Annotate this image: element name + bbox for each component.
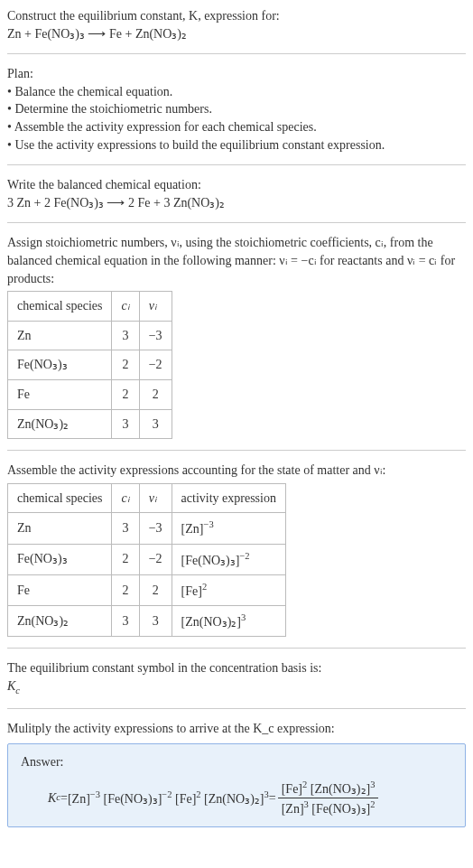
assign-text: Assign stoichiometric numbers, νᵢ, using… (7, 234, 466, 287)
stoich-table: chemical species cᵢ νᵢ Zn 3 −3 Fe(NO₃)₃ … (7, 291, 172, 439)
col-ci: cᵢ (112, 292, 139, 322)
term: [Fe(NO₃)₃]−2 (103, 789, 172, 807)
symbol-k: K (7, 679, 15, 693)
term-sup: −2 (162, 789, 172, 799)
cell-activity: [Fe(NO₃)₃]−2 (172, 544, 285, 574)
plan-section: Plan: • Balance the chemical equation. •… (7, 65, 466, 154)
col-vi: νᵢ (139, 483, 172, 513)
symbol-kc: Kc (7, 677, 466, 697)
col-species: chemical species (8, 292, 112, 322)
den-term-sup: 3 (304, 799, 309, 809)
term-base: [Fe(NO₃)₃] (103, 791, 162, 805)
term: [Zn(NO₃)₂]3 (204, 789, 269, 807)
term-sup: 2 (196, 789, 200, 799)
expr-base: [Zn] (181, 522, 204, 536)
multiply-section: Mulitply the activity expressions to arr… (7, 720, 466, 738)
table-row: Zn(NO₃)₂ 3 3 (8, 409, 172, 439)
plan-item: • Assemble the activity expression for e… (7, 118, 466, 136)
cell-v: 3 (139, 409, 172, 439)
assign-section: Assign stoichiometric numbers, νᵢ, using… (7, 234, 466, 439)
col-species: chemical species (8, 483, 112, 513)
assemble-text: Assemble the activity expressions accoun… (7, 462, 466, 480)
term: [Fe]2 (175, 789, 201, 807)
cell-v: −2 (139, 350, 172, 380)
assemble-section: Assemble the activity expressions accoun… (7, 462, 466, 637)
cell-activity: [Zn]−3 (172, 513, 285, 544)
col-ci: cᵢ (112, 483, 139, 513)
multiply-text: Mulitply the activity expressions to arr… (7, 720, 466, 738)
balanced-equation: 3 Zn + 2 Fe(NO₃)₃ ⟶ 2 Fe + 3 Zn(NO₃)₂ (7, 194, 466, 212)
table-row: Fe 2 2 (8, 379, 172, 409)
divider (7, 53, 466, 54)
term-base: [Fe] (175, 791, 196, 805)
plan-item: • Balance the chemical equation. (7, 83, 466, 101)
fraction-numerator: [Fe]2 [Zn(NO₃)₂]3 (278, 779, 379, 798)
cell-v: 2 (139, 574, 172, 605)
symbol-k-sub: c (15, 686, 20, 695)
cell-c: 3 (112, 606, 139, 637)
cell-species: Fe(NO₃)₃ (8, 350, 112, 380)
divider (7, 708, 466, 709)
cell-c: 2 (112, 544, 139, 574)
balanced-label: Write the balanced chemical equation: (7, 176, 466, 194)
expr-sup: −2 (239, 551, 249, 561)
answer-formula: Kc = [Zn]−3 [Fe(NO₃)₃]−2 [Fe]2 [Zn(NO₃)₂… (21, 779, 452, 818)
table-row: Fe(NO₃)₃ 2 −2 (8, 350, 172, 380)
term-sup: −3 (90, 789, 100, 799)
den-term-base: [Fe(NO₃)₃] (311, 801, 370, 815)
cell-c: 3 (112, 409, 139, 439)
fraction-denominator: [Zn]3 [Fe(NO₃)₃]2 (278, 798, 379, 817)
expr-sup: 3 (241, 612, 246, 622)
symbol-line1: The equilibrium constant symbol in the c… (7, 659, 466, 677)
cell-v: −2 (139, 544, 172, 574)
cell-species: Zn(NO₃)₂ (8, 409, 112, 439)
plan-item: • Use the activity expressions to build … (7, 136, 466, 154)
plan-label: Plan: (7, 65, 466, 83)
divider (7, 450, 466, 451)
expr-base: [Fe(NO₃)₃] (181, 553, 240, 566)
table-row: Zn 3 −3 (8, 321, 172, 350)
question-title: Construct the equilibrium constant, K, e… (7, 7, 466, 25)
cell-species: Fe (8, 574, 112, 605)
cell-species: Zn (8, 513, 112, 544)
title-text: Construct the equilibrium constant, K, e… (7, 9, 280, 23)
divider (7, 164, 466, 165)
question-equation: Zn + Fe(NO₃)₃ ⟶ Fe + Zn(NO₃)₂ (7, 25, 466, 43)
term-base: [Zn] (68, 791, 90, 805)
den-term-base: [Zn] (282, 801, 304, 815)
activity-table: chemical species cᵢ νᵢ activity expressi… (7, 483, 286, 638)
cell-c: 2 (112, 379, 139, 409)
num-term-sup: 3 (370, 779, 375, 789)
cell-species: Fe (8, 379, 112, 409)
term: [Zn]−3 (68, 789, 100, 807)
fraction: [Fe]2 [Zn(NO₃)₂]3 [Zn]3 [Fe(NO₃)₃]2 (278, 779, 379, 818)
cell-c: 3 (112, 321, 139, 350)
question-header: Construct the equilibrium constant, K, e… (7, 7, 466, 42)
table-row: Zn 3 −3 [Zn]−3 (8, 513, 286, 544)
expr-sup: −3 (203, 519, 213, 529)
kc-k: K (48, 789, 56, 807)
cell-v: −3 (139, 321, 172, 350)
answer-box: Answer: Kc = [Zn]−3 [Fe(NO₃)₃]−2 [Fe]2 [… (7, 743, 466, 827)
table-row: Zn(NO₃)₂ 3 3 [Zn(NO₃)₂]3 (8, 606, 286, 637)
cell-species: Fe(NO₃)₃ (8, 544, 112, 574)
cell-c: 2 (112, 574, 139, 605)
table-header-row: chemical species cᵢ νᵢ activity expressi… (8, 483, 286, 513)
den-term-sup: 2 (370, 799, 375, 809)
cell-species: Zn (8, 321, 112, 350)
num-term-sup: 2 (302, 779, 307, 789)
balanced-section: Write the balanced chemical equation: 3 … (7, 176, 466, 211)
col-vi: νᵢ (139, 292, 172, 322)
cell-c: 3 (112, 513, 139, 544)
term-base: [Zn(NO₃)₂] (204, 791, 264, 805)
table-row: Fe(NO₃)₃ 2 −2 [Fe(NO₃)₃]−2 (8, 544, 286, 574)
symbol-section: The equilibrium constant symbol in the c… (7, 659, 466, 697)
cell-v: −3 (139, 513, 172, 544)
cell-species: Zn(NO₃)₂ (8, 606, 112, 637)
eq-sign: = (269, 789, 276, 807)
num-term-base: [Fe] (282, 781, 302, 795)
cell-c: 2 (112, 350, 139, 380)
expr-base: [Zn(NO₃)₂] (181, 615, 241, 629)
num-term-base: [Zn(NO₃)₂] (311, 781, 370, 795)
cell-v: 3 (139, 606, 172, 637)
